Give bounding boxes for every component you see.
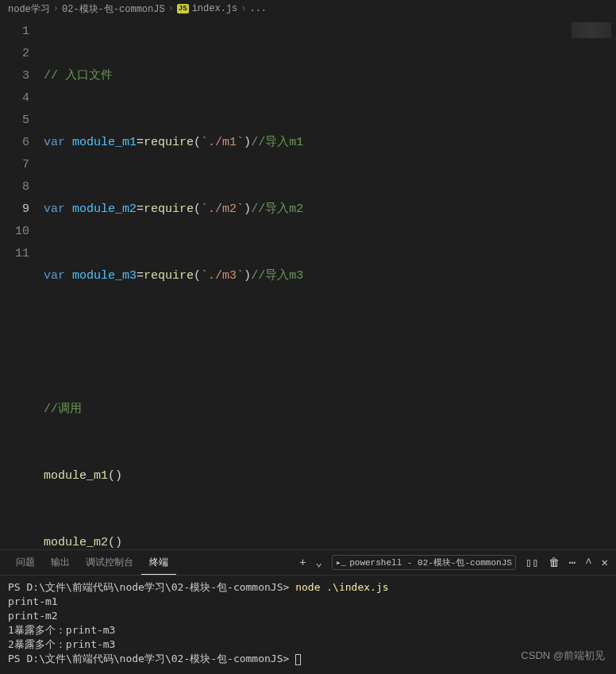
breadcrumb-seg[interactable]: node学习 bbox=[8, 2, 50, 16]
terminal-command: node .\index.js bbox=[295, 581, 388, 593]
terminal-selector[interactable]: ▸_ powershell - 02-模块-包-commonJS bbox=[332, 555, 516, 570]
editor[interactable]: 1 2 3 4 5 6 7 8 9 10 11 // 入口文件 var modu… bbox=[0, 17, 616, 549]
code-line: // 入口文件 bbox=[44, 65, 616, 87]
terminal-icon: ▸_ bbox=[336, 557, 346, 568]
split-terminal-icon[interactable]: ▯▯ bbox=[526, 556, 539, 569]
panel-tabs: 问题 输出 调试控制台 终端 + ⌄ ▸_ powershell - 02-模块… bbox=[0, 550, 616, 576]
code-line: module_m1() bbox=[44, 465, 616, 487]
breadcrumb[interactable]: node学习 › 02-模块-包-commonJS › JS index.js … bbox=[0, 0, 616, 17]
line-number: 7 bbox=[0, 154, 29, 176]
line-gutter: 1 2 3 4 5 6 7 8 9 10 11 bbox=[0, 17, 44, 549]
code-line: //调用 bbox=[44, 399, 616, 421]
line-number: 2 bbox=[0, 43, 29, 65]
line-number: 5 bbox=[0, 110, 29, 132]
watermark: CSDN @前端初见 bbox=[521, 649, 605, 663]
more-icon[interactable]: ⋯ bbox=[569, 556, 576, 569]
panel-actions: + ⌄ ▸_ powershell - 02-模块-包-commonJS ▯▯ … bbox=[299, 555, 608, 570]
breadcrumb-seg[interactable]: 02-模块-包-commonJS bbox=[62, 2, 165, 16]
breadcrumb-more[interactable]: ... bbox=[249, 3, 267, 14]
chevron-right-icon: › bbox=[53, 3, 59, 14]
line-number: 6 bbox=[0, 132, 29, 154]
close-icon[interactable]: ✕ bbox=[602, 556, 608, 569]
terminal-cursor bbox=[295, 654, 301, 665]
minimap[interactable] bbox=[572, 22, 611, 38]
line-number: 8 bbox=[0, 176, 29, 198]
chevron-right-icon: › bbox=[168, 3, 174, 14]
new-terminal-button[interactable]: + bbox=[299, 557, 306, 569]
terminal-line: print-m2 bbox=[8, 610, 58, 622]
line-number: 3 bbox=[0, 65, 29, 87]
terminal-line: print-m1 bbox=[8, 595, 58, 607]
line-number: 9 bbox=[0, 198, 29, 221]
code-line: var module_m2=require(`./m2`)//导入m2 bbox=[44, 198, 616, 221]
chevron-down-icon[interactable]: ⌄ bbox=[316, 556, 322, 569]
maximize-icon[interactable]: ^ bbox=[585, 557, 591, 569]
terminal-line: 1暴露多个：print-m3 bbox=[8, 624, 115, 636]
line-number: 1 bbox=[0, 21, 29, 43]
js-file-icon: JS bbox=[177, 4, 189, 13]
trash-icon[interactable]: 🗑 bbox=[549, 557, 560, 569]
code-line: var module_m1=require(`./m1`)//导入m1 bbox=[44, 132, 616, 154]
line-number: 11 bbox=[0, 243, 29, 265]
code-content[interactable]: // 入口文件 var module_m1=require(`./m1`)//导… bbox=[44, 17, 616, 549]
breadcrumb-file[interactable]: index.js bbox=[192, 3, 238, 14]
line-number: 10 bbox=[0, 221, 29, 243]
code-line bbox=[44, 332, 616, 354]
terminal-prompt: PS D:\文件\前端代码\node学习\02-模块-包-commonJS> bbox=[8, 653, 295, 664]
terminal-name: powershell - 02-模块-包-commonJS bbox=[349, 557, 512, 568]
chevron-right-icon: › bbox=[241, 3, 246, 14]
line-number: 4 bbox=[0, 87, 29, 110]
terminal-line: 2暴露多个：print-m3 bbox=[8, 638, 115, 650]
tab-terminal[interactable]: 终端 bbox=[141, 551, 176, 575]
tab-debug-console[interactable]: 调试控制台 bbox=[78, 551, 141, 574]
tab-output[interactable]: 输出 bbox=[43, 551, 78, 574]
tab-problems[interactable]: 问题 bbox=[8, 551, 43, 574]
terminal-prompt: PS D:\文件\前端代码\node学习\02-模块-包-commonJS> bbox=[8, 581, 295, 593]
code-line: var module_m3=require(`./m3`)//导入m3 bbox=[44, 265, 616, 287]
